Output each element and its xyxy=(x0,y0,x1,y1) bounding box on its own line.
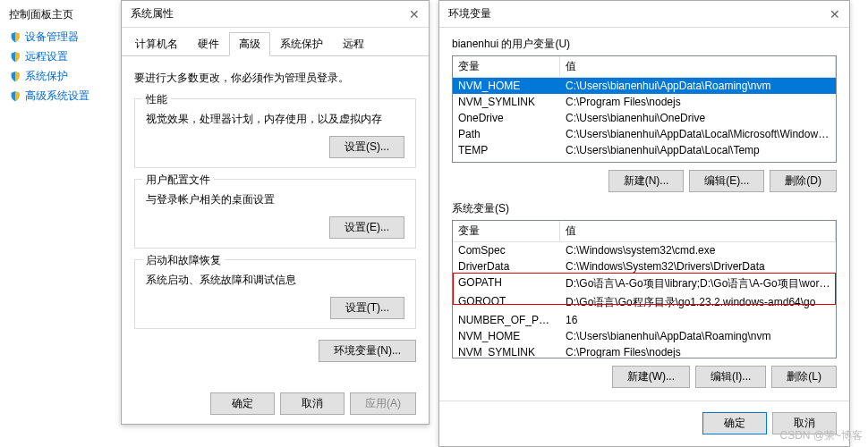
var-name: ComSpec xyxy=(453,242,560,258)
apply-button[interactable]: 应用(A) xyxy=(350,392,416,415)
var-name: Path xyxy=(453,126,560,142)
dialog-titlebar: 系统属性 ✕ xyxy=(122,1,429,28)
tabs: 计算机名 硬件 高级 系统保护 远程 xyxy=(122,28,429,56)
sidebar-label: 远程设置 xyxy=(25,49,68,64)
delete-user-button[interactable]: 删除(D) xyxy=(770,170,837,192)
sidebar-item-protection[interactable]: 系统保护 xyxy=(9,69,94,84)
header-value[interactable]: 值 xyxy=(560,56,836,77)
table-row[interactable]: ComSpecC:\Windows\system32\cmd.exe xyxy=(453,242,836,258)
profile-settings-button[interactable]: 设置(E)... xyxy=(329,216,404,239)
table-row[interactable]: PathC:\Users\bianenhui\AppData\Local\Mic… xyxy=(453,126,836,142)
performance-group: 性能 视觉效果，处理器计划，内存使用，以及虚拟内存 设置(S)... xyxy=(134,98,416,168)
group-title: 性能 xyxy=(142,92,171,107)
sidebar-item-advanced[interactable]: 高级系统设置 xyxy=(9,89,94,104)
new-user-button[interactable]: 新建(N)... xyxy=(608,170,685,192)
table-row[interactable]: NUMBER_OF_PROCESSORS16 xyxy=(453,312,836,328)
environment-variables-dialog: 环境变量 ✕ bianenhui 的用户变量(U) 变量 值 NVM_HOMEC… xyxy=(438,0,850,447)
ok-button[interactable]: 确定 xyxy=(702,412,767,434)
group-desc: 系统启动、系统故障和调试信息 xyxy=(146,273,404,288)
table-header: 变量 值 xyxy=(453,221,836,242)
var-name: GOROOT xyxy=(453,293,560,312)
var-value: C:\Users\bianenhui\AppData\Local\Temp xyxy=(560,158,836,163)
table-header: 变量 值 xyxy=(453,56,836,78)
system-properties-dialog: 系统属性 ✕ 计算机名 硬件 高级 系统保护 远程 要进行大多数更改，你必须作为… xyxy=(121,0,430,425)
sys-actions: 新建(W)... 编辑(I)... 删除(L) xyxy=(452,366,837,388)
sidebar-label: 系统保护 xyxy=(25,69,68,84)
tab-protection[interactable]: 系统保护 xyxy=(270,32,333,56)
tab-remote[interactable]: 远程 xyxy=(333,32,374,56)
header-variable[interactable]: 变量 xyxy=(453,221,560,241)
control-panel-sidebar: 控制面板主页 设备管理器 远程设置 系统保护 高级系统设置 xyxy=(0,0,103,115)
var-value: C:\Program Files\nodejs xyxy=(560,344,836,358)
var-name: DriverData xyxy=(453,258,560,274)
var-value: C:\Users\bianenhui\OneDrive xyxy=(560,110,836,126)
user-vars-table: 变量 值 NVM_HOMEC:\Users\bianenhui\AppData\… xyxy=(452,55,837,163)
group-desc: 视觉效果，处理器计划，内存使用，以及虚拟内存 xyxy=(146,112,404,127)
var-value: 16 xyxy=(560,312,836,328)
group-title: 用户配置文件 xyxy=(142,173,214,188)
var-value: C:\Windows\System32\Drivers\DriverData xyxy=(560,258,836,274)
edit-user-button[interactable]: 编辑(E)... xyxy=(689,170,764,192)
user-actions: 新建(N)... 编辑(E)... 删除(D) xyxy=(452,170,837,192)
var-value: C:\Users\bianenhui\AppData\Roaming\nvm xyxy=(560,78,836,94)
sidebar-label: 设备管理器 xyxy=(25,30,79,45)
var-name: NVM_HOME xyxy=(453,328,560,344)
sidebar-label: 高级系统设置 xyxy=(25,89,89,104)
var-value: C:\Users\bianenhui\AppData\Local\Temp xyxy=(560,142,836,158)
header-value[interactable]: 值 xyxy=(560,221,836,241)
table-row[interactable]: OneDriveC:\Users\bianenhui\OneDrive xyxy=(453,110,836,126)
sidebar-title: 控制面板主页 xyxy=(9,7,94,22)
dialog-footer: 确定 取消 应用(A) xyxy=(210,392,416,415)
group-desc: 与登录帐户相关的桌面设置 xyxy=(146,192,404,207)
table-row[interactable]: TEMPC:\Users\bianenhui\AppData\Local\Tem… xyxy=(453,142,836,158)
table-row[interactable]: DriverDataC:\Windows\System32\Drivers\Dr… xyxy=(453,258,836,274)
group-title: 启动和故障恢复 xyxy=(142,253,225,268)
table-row[interactable]: GOROOTD:\Go语言\Go程序目录\go1.23.2.windows-am… xyxy=(453,293,836,312)
dialog-titlebar: 环境变量 ✕ xyxy=(439,1,849,28)
new-sys-button[interactable]: 新建(W)... xyxy=(612,366,690,388)
sidebar-item-device-manager[interactable]: 设备管理器 xyxy=(9,30,94,45)
cancel-button[interactable]: 取消 xyxy=(280,392,345,415)
startup-settings-button[interactable]: 设置(T)... xyxy=(330,297,404,319)
var-name: OneDrive xyxy=(453,110,560,126)
dialog-title: 系统属性 xyxy=(131,6,174,21)
sys-vars-label: 系统变量(S) xyxy=(452,201,849,216)
sys-vars-table: 变量 值 ComSpecC:\Windows\system32\cmd.exeD… xyxy=(452,220,837,358)
ok-button[interactable]: 确定 xyxy=(210,392,275,415)
header-variable[interactable]: 变量 xyxy=(453,56,560,77)
watermark: CSDN @荣~博客 xyxy=(779,428,863,443)
env-vars-button[interactable]: 环境变量(N)... xyxy=(319,340,416,362)
var-name: GOPATH xyxy=(453,274,560,293)
table-row[interactable]: NVM_HOMEC:\Users\bianenhui\AppData\Roami… xyxy=(453,328,836,344)
table-row[interactable]: NVM_SYMLINKC:\Program Files\nodejs xyxy=(453,94,836,110)
shield-icon xyxy=(9,90,21,103)
tab-advanced[interactable]: 高级 xyxy=(229,32,270,56)
dialog-title: 环境变量 xyxy=(448,6,491,21)
shield-icon xyxy=(9,51,21,63)
user-vars-label: bianenhui 的用户变量(U) xyxy=(452,37,849,52)
close-icon[interactable]: ✕ xyxy=(409,7,420,21)
table-row[interactable]: GOPATHD:\Go语言\A-Go项目\library;D:\Go语言\A-G… xyxy=(453,274,836,293)
profile-group: 用户配置文件 与登录帐户相关的桌面设置 设置(E)... xyxy=(134,179,416,249)
var-name: TMP xyxy=(453,158,560,163)
perf-settings-button[interactable]: 设置(S)... xyxy=(329,136,404,158)
delete-sys-button[interactable]: 删除(L) xyxy=(771,366,837,388)
var-value: C:\Windows\system32\cmd.exe xyxy=(560,242,836,258)
table-row[interactable]: NVM_SYMLINKC:\Program Files\nodejs xyxy=(453,344,836,358)
var-value: C:\Program Files\nodejs xyxy=(560,94,836,110)
close-icon[interactable]: ✕ xyxy=(830,7,840,21)
admin-note: 要进行大多数更改，你必须作为管理员登录。 xyxy=(134,71,416,86)
tab-computer-name[interactable]: 计算机名 xyxy=(125,32,188,56)
var-value: D:\Go语言\A-Go项目\library;D:\Go语言\A-Go项目\wo… xyxy=(560,274,836,293)
var-name: NVM_HOME xyxy=(453,78,560,94)
var-value: C:\Users\bianenhui\AppData\Roaming\nvm xyxy=(560,328,836,344)
sidebar-item-remote[interactable]: 远程设置 xyxy=(9,49,94,64)
tab-hardware[interactable]: 硬件 xyxy=(188,32,229,56)
var-name: NUMBER_OF_PROCESSORS xyxy=(453,312,560,328)
var-name: NVM_SYMLINK xyxy=(453,94,560,110)
table-row[interactable]: NVM_HOMEC:\Users\bianenhui\AppData\Roami… xyxy=(453,78,836,94)
var-name: TEMP xyxy=(453,142,560,158)
table-row[interactable]: TMPC:\Users\bianenhui\AppData\Local\Temp xyxy=(453,158,836,163)
edit-sys-button[interactable]: 编辑(I)... xyxy=(695,366,766,388)
dialog-body: 要进行大多数更改，你必须作为管理员登录。 性能 视觉效果，处理器计划，内存使用，… xyxy=(122,56,429,371)
